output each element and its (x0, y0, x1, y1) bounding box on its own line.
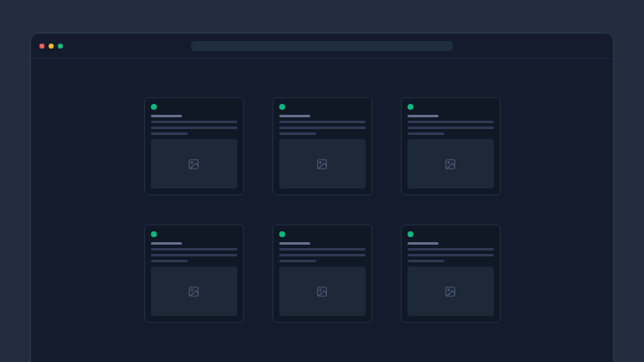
skeleton-line (279, 132, 316, 135)
card-grid-row (31, 225, 613, 323)
status-dot (408, 231, 413, 237)
card[interactable] (401, 225, 501, 323)
image-placeholder (279, 266, 366, 316)
skeleton-line (151, 121, 237, 123)
close-button[interactable] (39, 44, 44, 49)
skeleton-line (279, 254, 366, 256)
image-icon (188, 158, 200, 170)
skeleton-title (408, 242, 439, 245)
browser-window (30, 33, 614, 362)
skeleton-line (279, 248, 366, 251)
image-icon (444, 158, 456, 170)
skeleton-line (151, 127, 237, 129)
card[interactable] (273, 97, 372, 195)
skeleton-line (279, 127, 366, 129)
image-icon (444, 286, 456, 297)
skeleton-title (279, 242, 310, 245)
image-placeholder (279, 139, 366, 189)
skeleton-line (279, 260, 316, 262)
skeleton-line (408, 132, 444, 135)
status-dot (151, 231, 157, 237)
image-icon (188, 286, 200, 297)
card[interactable] (144, 225, 244, 323)
image-placeholder (151, 266, 237, 316)
skeleton-title (151, 115, 182, 117)
image-icon (316, 158, 328, 170)
window-controls (39, 34, 63, 58)
skeleton-title (151, 242, 182, 245)
skeleton-line (408, 127, 494, 129)
status-dot (279, 231, 285, 237)
image-placeholder (408, 266, 494, 316)
card[interactable] (273, 225, 372, 323)
image-placeholder (151, 139, 237, 189)
card-grid (31, 97, 613, 323)
skeleton-line (408, 248, 494, 251)
minimize-button[interactable] (49, 44, 54, 49)
zoom-button[interactable] (58, 44, 63, 49)
skeleton-line (408, 260, 444, 262)
card[interactable] (401, 97, 501, 195)
skeleton-line (408, 254, 494, 256)
skeleton-title (408, 115, 439, 117)
card-grid-row (31, 97, 613, 195)
browser-content (31, 97, 613, 362)
status-dot (279, 104, 285, 110)
skeleton-title (279, 115, 310, 117)
desktop-background (0, 0, 644, 362)
image-placeholder (408, 139, 494, 189)
status-dot (151, 104, 157, 110)
status-dot (408, 104, 413, 110)
skeleton-line (151, 260, 188, 262)
browser-titlebar[interactable] (31, 34, 613, 59)
card[interactable] (144, 97, 244, 195)
image-icon (316, 286, 328, 297)
skeleton-line (151, 254, 237, 256)
url-bar[interactable] (191, 41, 453, 51)
skeleton-line (151, 132, 188, 135)
skeleton-line (151, 248, 237, 251)
skeleton-line (279, 121, 366, 123)
skeleton-line (408, 121, 494, 123)
